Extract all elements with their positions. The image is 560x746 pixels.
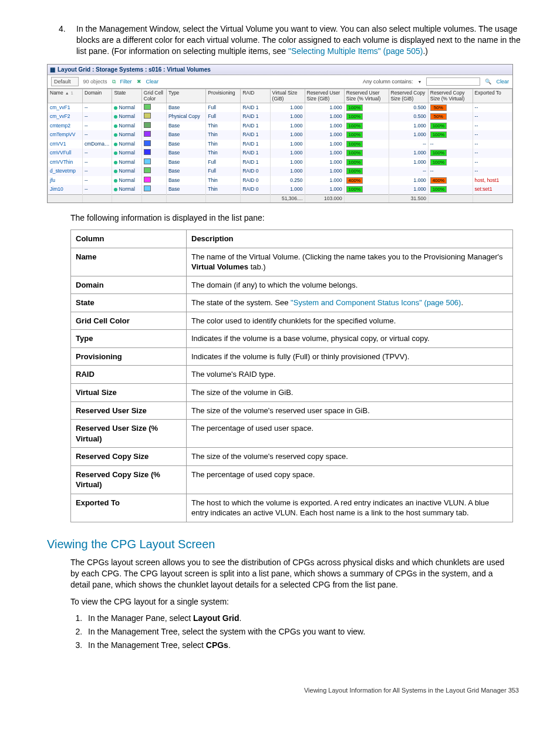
desc-row: ProvisioningIndicates if the volume is f…	[71, 347, 513, 366]
desc-row: DomainThe domain (if any) to which the v…	[71, 276, 513, 294]
column-description-table: Column Description NameThe name of the V…	[70, 229, 513, 522]
clear-link-1[interactable]: Clear	[146, 78, 159, 85]
col-header[interactable]: Reserved Copy Size (% Virtual)	[428, 89, 473, 103]
step-number: 4.	[59, 23, 76, 57]
col-header[interactable]: Type	[166, 89, 205, 103]
col-header[interactable]: Reserved User Size (GiB)	[305, 89, 344, 103]
cpg-steps-list: In the Manager Pane, select Layout Grid.…	[70, 613, 513, 651]
desc-row: Reserved User SizeThe size of the volume…	[71, 401, 513, 420]
desc-hdr-description: Description	[187, 230, 513, 248]
search-icon[interactable]: 🔍	[485, 78, 491, 85]
col-header[interactable]: Name▲1	[48, 89, 83, 103]
col-header[interactable]: State	[112, 89, 141, 103]
desc-row: Virtual SizeThe size of the volume in Gi…	[71, 383, 513, 401]
selecting-multiple-items-link[interactable]: "Selecting Multiple Items" (page 505)	[288, 46, 423, 56]
desc-intro: The following information is displayed i…	[70, 212, 513, 224]
col-header[interactable]: Reserved Copy Size (GiB)	[389, 89, 428, 103]
grid-icon: ▦	[50, 66, 55, 74]
step-text: In the Management Window, select the Vir…	[76, 23, 525, 57]
list-item: In the Manager Pane, select Layout Grid.	[85, 613, 513, 624]
desc-row: Grid Cell ColorThe color used to identif…	[71, 312, 513, 330]
object-count: 90 objects	[83, 78, 107, 85]
table-row[interactable]: jfu--NormalBaseThinRAID 00.2501.000400%1…	[48, 176, 512, 185]
step-4: 4. In the Management Window, select the …	[59, 23, 525, 57]
table-row[interactable]: cmVVFull--NormalBaseThinRAID 11.0001.000…	[48, 148, 512, 157]
filter-link[interactable]: Filter	[120, 78, 132, 85]
search-input[interactable]	[426, 77, 480, 86]
desc-hdr-column: Column	[71, 230, 187, 248]
filter-icon[interactable]: ⧉	[112, 78, 116, 85]
table-row[interactable]: cmtemp2--NormalBaseThinRAID 11.0001.0001…	[48, 121, 512, 130]
view-dropdown[interactable]: Default	[51, 77, 79, 86]
table-row[interactable]: cmTempVV--NormalBaseThinRAID 11.0001.000…	[48, 130, 512, 139]
desc-row: Reserved Copy Size (% Virtual)The percen…	[71, 465, 513, 494]
col-header[interactable]: Grid Cell Color	[141, 89, 166, 103]
table-row[interactable]: cm_vvF2--NormalPhysical CopyFullRAID 11.…	[48, 112, 512, 121]
desc-row: StateThe state of the system. See "Syste…	[71, 294, 513, 312]
col-header[interactable]: Exported To	[473, 89, 512, 103]
desc-row: NameThe name of the Virtual Volume. (Cli…	[71, 248, 513, 276]
table-row[interactable]: Jim10--NormalBaseThinRAID 01.0001.000100…	[48, 185, 512, 194]
desc-row: Reserved User Size (% Virtual)The percen…	[71, 420, 513, 448]
table-header-row: Name▲1DomainStateGrid Cell ColorTypeProv…	[48, 89, 512, 103]
col-header[interactable]: Virtual Size (GiB)	[270, 89, 305, 103]
grid-toolbar: Default 90 objects ⧉ Filter ✖ Clear Any …	[48, 75, 512, 89]
clear-filter-icon[interactable]: ✖	[137, 78, 141, 85]
cpg-paragraph-2: To view the CPG layout for a single syst…	[70, 596, 513, 607]
table-footer-row: 51,306....103.00031.500	[48, 194, 512, 202]
desc-row: Reserved Copy SizeThe size of the volume…	[71, 448, 513, 466]
table-row[interactable]: cmVV1cmDomain1NormalBaseThinRAID 11.0001…	[48, 140, 512, 148]
table-row[interactable]: d_stevetmp--NormalBaseFullRAID 01.0001.0…	[48, 167, 512, 175]
viewing-cpg-heading: Viewing the CPG Layout Screen	[47, 536, 525, 552]
page-footer: Viewing Layout Information for All Syste…	[35, 686, 525, 695]
grid-window-title: ▦ Layout Grid : Storage Systems : s016 :…	[48, 65, 512, 76]
cpg-paragraph-1: The CPGs layout screen allows you to see…	[70, 557, 513, 590]
virtual-volumes-grid-screenshot: ▦ Layout Grid : Storage Systems : s016 :…	[47, 64, 513, 203]
col-header[interactable]: Provisioning	[206, 89, 241, 103]
desc-row: TypeIndicates if the volume is a base vo…	[71, 330, 513, 348]
vv-table: Name▲1DomainStateGrid Cell ColorTypeProv…	[48, 89, 512, 202]
any-column-label: Any column contains:	[363, 78, 413, 85]
table-row[interactable]: cmVVThin--NormalBaseFullRAID 11.0001.000…	[48, 158, 512, 167]
col-header[interactable]: RAID	[241, 89, 270, 103]
list-item: In the Management Tree, select the syste…	[85, 626, 513, 637]
desc-row: Exported ToThe host to which the volume …	[71, 494, 513, 522]
col-header[interactable]: Domain	[82, 89, 112, 103]
clear-link-2[interactable]: Clear	[496, 78, 509, 85]
list-item: In the Management Tree, select CPGs.	[85, 640, 513, 651]
desc-row: RAIDThe volume's RAID type.	[71, 366, 513, 384]
col-header[interactable]: Reserved User Size (% Virtual)	[344, 89, 389, 103]
desc-link[interactable]: "System and Component Status Icons" (pag…	[291, 298, 461, 307]
table-row[interactable]: cm_vvF1--NormalBaseFullRAID 11.0001.0001…	[48, 103, 512, 113]
